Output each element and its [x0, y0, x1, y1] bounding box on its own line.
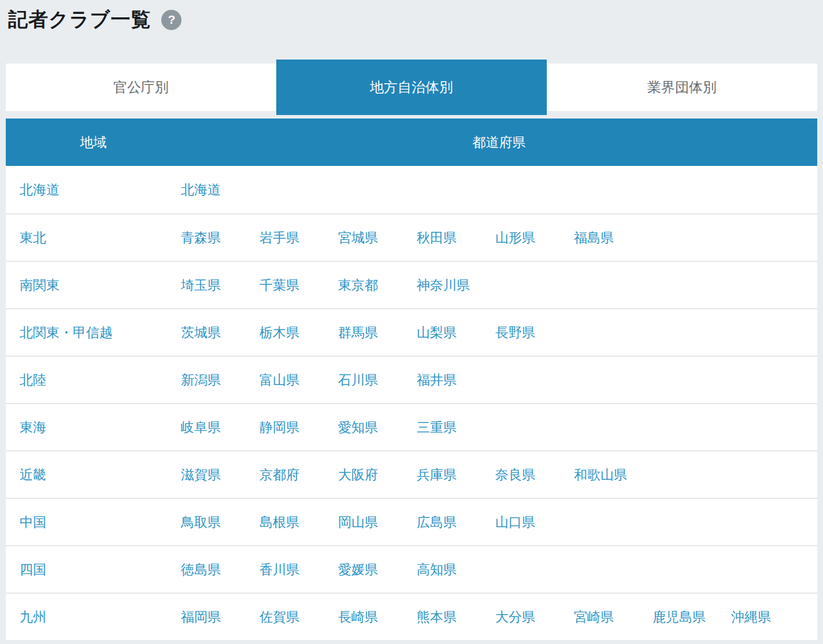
- prefecture-link[interactable]: 静岡県: [259, 420, 299, 435]
- prefecture-slot: 青森県: [181, 229, 259, 247]
- main-content: 官公庁別 地方自治体別 業界団体別 地域 都道府県 北海道 北海道 東北 青森県…: [6, 60, 817, 640]
- prefecture-slot: 兵庫県: [417, 466, 495, 484]
- prefecture-slot: 山口県: [495, 513, 574, 531]
- prefecture-link[interactable]: 岐阜県: [181, 420, 221, 435]
- region-link[interactable]: 中国: [20, 515, 46, 530]
- prefecture-slot: 山梨県: [417, 324, 495, 342]
- prefecture-link[interactable]: 和歌山県: [574, 467, 627, 482]
- prefecture-link[interactable]: 大分県: [495, 609, 535, 624]
- prefecture-link[interactable]: 青森県: [181, 230, 221, 245]
- prefecture-list: 鳥取県島根県岡山県広島県山口県: [181, 513, 817, 531]
- table-body: 北海道 北海道 東北 青森県岩手県宮城県秋田県山形県福島県 南関東 埼玉県千葉県…: [6, 166, 817, 640]
- prefecture-link[interactable]: 宮城県: [338, 230, 378, 245]
- tab-government-office[interactable]: 官公庁別: [6, 64, 276, 111]
- pressclub-table: 地域 都道府県 北海道 北海道 東北 青森県岩手県宮城県秋田県山形県福島県 南関…: [6, 119, 817, 640]
- prefecture-link[interactable]: 岡山県: [338, 515, 378, 530]
- prefecture-slot: 鳥取県: [181, 513, 259, 531]
- prefecture-slot: 静岡県: [259, 419, 338, 436]
- prefecture-slot: 福岡県: [181, 608, 259, 626]
- prefecture-slot: 香川県: [259, 561, 338, 579]
- prefecture-slot: 岡山県: [338, 513, 417, 531]
- prefecture-link[interactable]: 神奈川県: [417, 277, 470, 293]
- prefecture-list: 岐阜県静岡県愛知県三重県: [181, 419, 817, 436]
- prefecture-link[interactable]: 宮崎県: [574, 609, 614, 624]
- prefecture-link[interactable]: 新潟県: [181, 372, 221, 387]
- region-cell: 四国: [6, 561, 181, 579]
- prefecture-link[interactable]: 山梨県: [417, 325, 457, 340]
- prefecture-slot: 神奈川県: [417, 276, 495, 294]
- prefecture-link[interactable]: 東京都: [338, 277, 378, 293]
- prefecture-link[interactable]: 三重県: [417, 420, 457, 435]
- prefecture-link[interactable]: 沖縄県: [731, 609, 771, 624]
- region-link[interactable]: 北陸: [20, 372, 46, 387]
- prefecture-slot: 岩手県: [259, 229, 338, 247]
- prefecture-link[interactable]: 千葉県: [259, 277, 299, 293]
- prefecture-slot: 京都府: [259, 466, 338, 484]
- region-link[interactable]: 九州: [20, 609, 46, 624]
- prefecture-link[interactable]: 奈良県: [495, 467, 535, 482]
- region-link[interactable]: 東北: [20, 230, 46, 245]
- prefecture-link[interactable]: 栃木県: [259, 325, 299, 340]
- prefecture-link[interactable]: 福島県: [574, 230, 614, 245]
- prefecture-link[interactable]: 滋賀県: [181, 467, 221, 482]
- prefecture-link[interactable]: 広島県: [417, 515, 457, 530]
- tab-local-government[interactable]: 地方自治体別: [276, 60, 547, 115]
- region-link[interactable]: 南関東: [20, 277, 60, 293]
- prefecture-slot: 千葉県: [259, 276, 338, 294]
- prefecture-list: 茨城県栃木県群馬県山梨県長野県: [181, 324, 817, 342]
- prefecture-slot: 沖縄県: [731, 608, 810, 626]
- region-link[interactable]: 近畿: [20, 467, 46, 482]
- page-header: 記者クラブ一覧 ?: [0, 0, 823, 34]
- prefecture-slot: 福島県: [574, 229, 653, 247]
- prefecture-list: 滋賀県京都府大阪府兵庫県奈良県和歌山県: [181, 466, 817, 484]
- prefecture-link[interactable]: 茨城県: [181, 325, 221, 340]
- prefecture-slot: 新潟県: [181, 371, 259, 389]
- prefecture-link[interactable]: 山口県: [495, 515, 535, 530]
- prefecture-link[interactable]: 石川県: [338, 372, 378, 387]
- prefecture-link[interactable]: 熊本県: [417, 609, 457, 624]
- prefecture-slot: 広島県: [417, 513, 495, 531]
- prefecture-link[interactable]: 愛知県: [338, 420, 378, 435]
- prefecture-list: 徳島県香川県愛媛県高知県: [181, 561, 817, 579]
- region-link[interactable]: 北関東・甲信越: [20, 325, 113, 340]
- prefecture-slot: 鹿児島県: [653, 608, 731, 626]
- region-link[interactable]: 東海: [20, 420, 46, 435]
- prefecture-link[interactable]: 鹿児島県: [653, 609, 706, 624]
- prefecture-slot: 大分県: [495, 608, 574, 626]
- prefecture-link[interactable]: 高知県: [417, 562, 457, 577]
- prefecture-slot: 大阪府: [338, 466, 417, 484]
- table-header-row: 地域 都道府県: [6, 119, 817, 166]
- prefecture-link[interactable]: 長崎県: [338, 609, 378, 624]
- prefecture-link[interactable]: 群馬県: [338, 325, 378, 340]
- help-icon[interactable]: ?: [161, 10, 181, 30]
- prefecture-slot: 岐阜県: [181, 419, 259, 436]
- prefecture-link[interactable]: 福井県: [417, 372, 457, 387]
- prefecture-link[interactable]: 島根県: [259, 515, 299, 530]
- prefecture-link[interactable]: 富山県: [259, 372, 299, 387]
- prefecture-slot: 徳島県: [181, 561, 259, 579]
- prefecture-link[interactable]: 佐賀県: [259, 609, 299, 624]
- table-row: 東北 青森県岩手県宮城県秋田県山形県福島県: [6, 213, 817, 261]
- prefecture-link[interactable]: 山形県: [495, 230, 535, 245]
- tab-bar: 官公庁別 地方自治体別 業界団体別: [6, 60, 817, 115]
- prefecture-link[interactable]: 福岡県: [181, 609, 221, 624]
- prefecture-link[interactable]: 北海道: [181, 182, 221, 197]
- prefecture-link[interactable]: 兵庫県: [417, 467, 457, 482]
- prefecture-link[interactable]: 徳島県: [181, 562, 221, 577]
- prefecture-link[interactable]: 京都府: [259, 467, 299, 482]
- prefecture-link[interactable]: 長野県: [495, 325, 535, 340]
- tab-industry-group[interactable]: 業界団体別: [547, 64, 817, 111]
- prefecture-link[interactable]: 大阪府: [338, 467, 378, 482]
- region-cell: 九州: [6, 608, 181, 626]
- region-link[interactable]: 北海道: [20, 182, 60, 197]
- prefecture-link[interactable]: 埼玉県: [181, 277, 221, 293]
- prefecture-slot: 島根県: [259, 513, 338, 531]
- prefecture-link[interactable]: 鳥取県: [181, 515, 221, 530]
- prefecture-link[interactable]: 香川県: [259, 562, 299, 577]
- prefecture-link[interactable]: 岩手県: [259, 230, 299, 245]
- region-link[interactable]: 四国: [20, 562, 46, 577]
- region-cell: 北海道: [6, 181, 181, 199]
- table-row: 北関東・甲信越 茨城県栃木県群馬県山梨県長野県: [6, 308, 817, 356]
- prefecture-link[interactable]: 愛媛県: [338, 562, 378, 577]
- prefecture-link[interactable]: 秋田県: [417, 230, 457, 245]
